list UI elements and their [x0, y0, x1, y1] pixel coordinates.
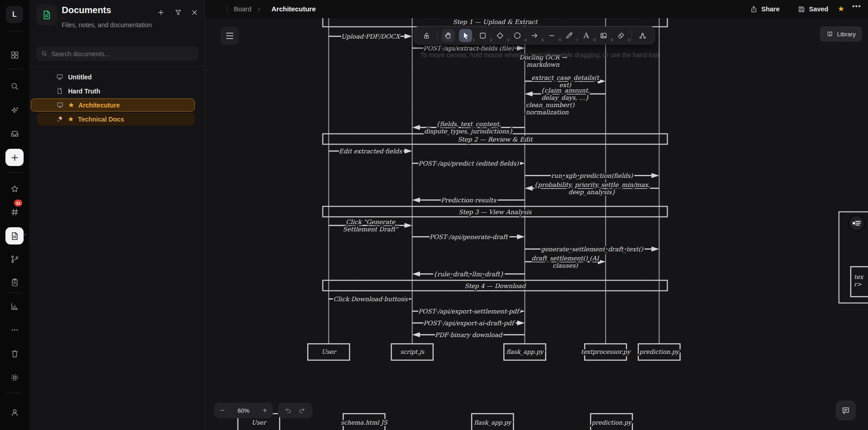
- breadcrumb-separator: ›: [258, 5, 260, 13]
- favorite-star-icon[interactable]: ★: [838, 4, 844, 14]
- svg-text:Step 4 — Download: Step 4 — Download: [464, 282, 526, 289]
- inbox-icon[interactable]: [5, 125, 24, 142]
- git-branch-icon[interactable]: [5, 250, 24, 268]
- divider: [6, 293, 23, 293]
- line-tool[interactable]: 6: [545, 29, 558, 42]
- clipboard-icon[interactable]: [5, 274, 24, 291]
- more-icon[interactable]: [5, 321, 24, 338]
- hand-tool[interactable]: [442, 29, 455, 42]
- filter-icon[interactable]: [172, 6, 184, 18]
- breadcrumb-board[interactable]: Board: [234, 5, 252, 13]
- saved-button[interactable]: Saved: [798, 4, 829, 15]
- documents-panel-icon: [36, 5, 57, 25]
- svg-text:prediction.py: prediction.py: [639, 348, 680, 355]
- svg-text:{rule_draft, llm_draft}: {rule_draft, llm_draft}: [433, 270, 503, 278]
- svg-text:{fields, text_content,: {fields, text_content,: [436, 120, 501, 128]
- svg-text:POST /api/predict (edited fiel: POST /api/predict (edited fields): [419, 160, 519, 167]
- doc-item-untitled[interactable]: Untitled: [31, 70, 195, 83]
- svg-text:User: User: [321, 348, 336, 355]
- divider: [6, 172, 23, 173]
- channels-icon[interactable]: [5, 203, 24, 220]
- svg-text:Click Download buttons: Click Download buttons: [333, 295, 408, 303]
- svg-text:extract_case_details(t: extract_case_details(t: [532, 74, 600, 82]
- doc-item-technical-docs[interactable]: ★ Technical Docs: [37, 112, 195, 126]
- canvas-hint: To move canvas, hold mouse wheel or spac…: [347, 51, 733, 59]
- svg-text:tex: tex: [854, 274, 864, 280]
- zoom-level: 60%: [237, 407, 249, 414]
- save-icon: [798, 5, 805, 13]
- search-box[interactable]: [36, 47, 198, 61]
- svg-text:Upload PDF/DOCX: Upload PDF/DOCX: [341, 33, 400, 40]
- comment-button[interactable]: [836, 401, 856, 420]
- pen-tool[interactable]: 7: [562, 29, 576, 42]
- trash-icon[interactable]: [5, 345, 24, 362]
- shortcut-key: 9: [611, 38, 613, 42]
- zoom-bar: − 60% +: [214, 403, 273, 418]
- chevron-right-icon[interactable]: ›: [24, 231, 26, 238]
- dashboard-icon[interactable]: [5, 46, 24, 64]
- divider: [631, 30, 632, 40]
- diamond-tool[interactable]: 3: [493, 29, 507, 42]
- arrow-tool[interactable]: 5: [528, 29, 541, 42]
- panel-subtitle: Files, notes, and documentation: [62, 20, 157, 30]
- divider: [437, 30, 438, 40]
- doc-item-architecuture[interactable]: ★ Architecuture: [31, 98, 195, 112]
- doc-item-hard-truth[interactable]: Hard Truth: [31, 84, 195, 98]
- divider: [6, 31, 23, 31]
- shortcut-key: 2: [490, 38, 492, 42]
- divider: [227, 5, 227, 14]
- lock-tool[interactable]: [420, 29, 433, 42]
- canvas-menu-button[interactable]: [221, 27, 239, 45]
- panel-title: Documents: [62, 5, 111, 15]
- connector-tool[interactable]: [636, 29, 649, 42]
- zoom-in-button[interactable]: +: [263, 406, 267, 415]
- svg-text:schema.html JS: schema.html JS: [341, 419, 388, 426]
- analytics-icon[interactable]: [5, 298, 24, 315]
- documents-panel: Documents Files, notes, and documentatio…: [29, 0, 205, 430]
- edgeless-canvas[interactable]: Step 1 — Upload & ExtractStep 2 — Review…: [205, 18, 868, 430]
- share-button[interactable]: Share: [750, 4, 779, 15]
- square-tool[interactable]: 2: [476, 29, 489, 42]
- search-icon[interactable]: [5, 78, 24, 95]
- eraser-tool[interactable]: 0: [614, 29, 627, 42]
- account-icon[interactable]: [5, 404, 24, 421]
- chat-icon: [841, 406, 850, 415]
- svg-text:prediction.py: prediction.py: [591, 419, 632, 426]
- divider: [29, 66, 205, 67]
- doc-item-label: Untitled: [68, 73, 92, 81]
- favorites-icon[interactable]: [5, 180, 24, 197]
- share-icon: [750, 5, 758, 13]
- svg-text:User: User: [252, 419, 266, 426]
- svg-text:POST /api/extract-fields (file: POST /api/extract-fields (file): [424, 44, 514, 52]
- star-icon: ★: [69, 102, 74, 108]
- redo-icon[interactable]: [298, 407, 306, 414]
- add-button[interactable]: [5, 149, 24, 166]
- library-label: Library: [837, 31, 856, 38]
- more-menu-icon[interactable]: •••: [852, 2, 861, 10]
- svg-text:PDF binary download: PDF binary download: [435, 331, 503, 338]
- svg-text:r>: r>: [854, 281, 862, 288]
- settings-icon[interactable]: [5, 369, 24, 386]
- new-document-button[interactable]: [155, 6, 167, 18]
- saved-label: Saved: [809, 5, 829, 13]
- svg-text:Step 1 — Upload & Extract: Step 1 — Upload & Extract: [453, 18, 538, 25]
- svg-text:run_xgb_prediction(fields): run_xgb_prediction(fields): [551, 172, 633, 180]
- ellipse-tool[interactable]: 4: [511, 29, 524, 42]
- zoom-out-button[interactable]: −: [220, 406, 224, 415]
- svg-text:normalization: normalization: [526, 108, 569, 116]
- svg-text:{claim_amount,: {claim_amount,: [541, 87, 590, 94]
- library-button[interactable]: Library: [820, 26, 862, 42]
- svg-text:markdown: markdown: [527, 61, 560, 68]
- svg-text:deep_analysis}: deep_analysis}: [568, 188, 616, 196]
- svg-text:flask_app.py: flask_app.py: [506, 348, 544, 356]
- workspace-logo[interactable]: L: [6, 6, 23, 23]
- svg-text:{probability, priority, settle: {probability, priority, settle_min/max,: [534, 181, 650, 189]
- close-panel-icon[interactable]: [188, 6, 200, 18]
- undo-icon[interactable]: [285, 407, 292, 414]
- ai-sparkles-icon[interactable]: [5, 102, 24, 119]
- documents-icon-active[interactable]: [5, 227, 24, 244]
- image-tool[interactable]: 9: [597, 29, 610, 42]
- select-tool-active[interactable]: 1: [459, 29, 472, 42]
- search-input[interactable]: [51, 50, 183, 58]
- text-tool[interactable]: A 8: [580, 29, 593, 42]
